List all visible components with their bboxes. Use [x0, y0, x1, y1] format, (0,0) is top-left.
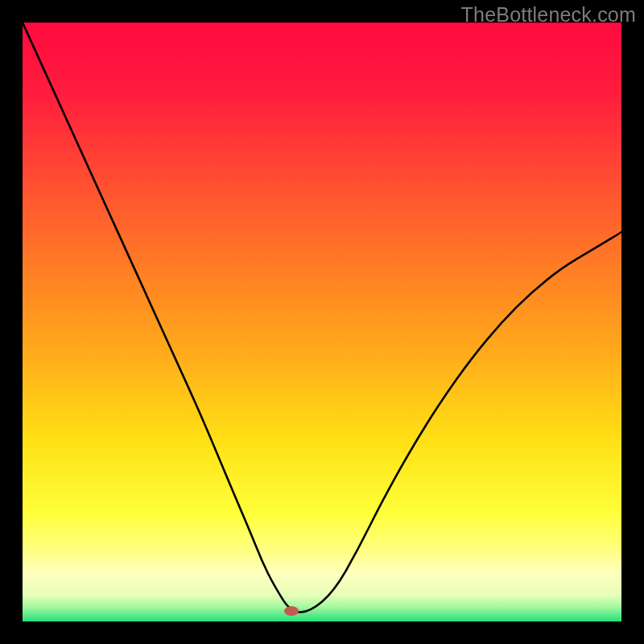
optimum-marker — [284, 606, 299, 616]
gradient-background — [23, 23, 621, 621]
plot-area — [23, 23, 621, 621]
watermark-text: TheBottleneck.com — [461, 3, 636, 27]
chart-svg — [23, 23, 621, 621]
chart-frame: TheBottleneck.com — [0, 0, 644, 644]
